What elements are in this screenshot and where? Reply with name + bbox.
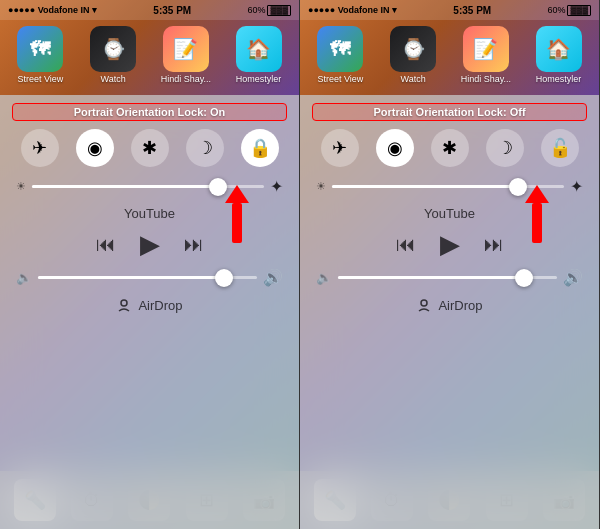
brightness-thumb[interactable] (509, 178, 527, 196)
fast-forward-button[interactable]: ⏭ (484, 233, 504, 256)
fast-forward-button[interactable]: ⏭ (184, 233, 204, 256)
airdrop-icon (416, 297, 432, 313)
volume-track[interactable] (38, 276, 257, 279)
app-icon-label: Street View (317, 74, 363, 84)
svg-point-1 (421, 300, 427, 306)
svg-point-0 (121, 300, 127, 306)
app-icon-hindi-shay...[interactable]: 📝Hindi Shay... (156, 26, 216, 89)
app-icon-label: Watch (101, 74, 126, 84)
brightness-thumb[interactable] (209, 178, 227, 196)
toggle-rotation-lock[interactable]: 🔒 (241, 129, 279, 167)
app-icon-watch[interactable]: ⌚Watch (383, 26, 443, 89)
control-center: Portrait Orientation Lock: On✈◉✱☽🔒 ☀ ✦ Y… (0, 95, 299, 529)
volume-high-icon: 🔊 (563, 268, 583, 287)
control-center: Portrait Orientation Lock: Off✈◉✱☽🔓 ☀ ✦ … (300, 95, 599, 529)
toggle-airplane[interactable]: ✈ (321, 129, 359, 167)
app-icon-label: Watch (401, 74, 426, 84)
volume-thumb[interactable] (215, 269, 233, 287)
app-icon-row: 🗺Street View⌚Watch📝Hindi Shay...🏠Homesty… (0, 20, 299, 95)
app-icon-row: 🗺Street View⌚Watch📝Hindi Shay...🏠Homesty… (300, 20, 599, 95)
volume-low-icon: 🔈 (16, 270, 32, 285)
app-icon-image: ⌚ (90, 26, 136, 72)
play-button[interactable]: ▶ (140, 229, 160, 260)
status-bar: ●●●●● Vodafone IN ▾ 5:35 PM 60% ▓▓▓ (300, 0, 599, 20)
orientation-lock-banner: Portrait Orientation Lock: Off (312, 103, 587, 121)
app-icon-image: ⌚ (390, 26, 436, 72)
phone-panel-right: ●●●●● Vodafone IN ▾ 5:35 PM 60% ▓▓▓ 🗺Str… (300, 0, 600, 529)
app-icon-label: Hindi Shay... (161, 74, 211, 84)
toggle-airplane[interactable]: ✈ (21, 129, 59, 167)
carrier-signal: ●●●●● Vodafone IN ▾ (8, 5, 97, 15)
volume-slider-row: 🔈 🔊 (312, 268, 587, 287)
toggle-row: ✈◉✱☽🔒 (12, 129, 287, 167)
app-icon-label: Homestyler (236, 74, 282, 84)
battery-info: 60% ▓▓▓ (247, 5, 291, 16)
volume-thumb[interactable] (515, 269, 533, 287)
app-icon-street-view[interactable]: 🗺Street View (310, 26, 370, 89)
red-arrow-indicator (225, 185, 249, 243)
time: 5:35 PM (453, 5, 491, 16)
red-arrow-indicator (525, 185, 549, 243)
arrow-head (525, 185, 549, 203)
status-bar: ●●●●● Vodafone IN ▾ 5:35 PM 60% ▓▓▓ (0, 0, 299, 20)
toggle-moon[interactable]: ☽ (486, 129, 524, 167)
toggle-wifi[interactable]: ◉ (376, 129, 414, 167)
app-icon-label: Street View (17, 74, 63, 84)
app-icon-image: 🏠 (536, 26, 582, 72)
toggle-rotation-lock[interactable]: 🔓 (541, 129, 579, 167)
play-button[interactable]: ▶ (440, 229, 460, 260)
airdrop-row[interactable]: AirDrop (312, 297, 587, 313)
toggle-bluetooth[interactable]: ✱ (431, 129, 469, 167)
app-icon-label: Hindi Shay... (461, 74, 511, 84)
carrier-signal: ●●●●● Vodafone IN ▾ (308, 5, 397, 15)
time: 5:35 PM (153, 5, 191, 16)
airdrop-icon (116, 297, 132, 313)
brightness-high-icon: ✦ (270, 177, 283, 196)
phone-panel-left: ●●●●● Vodafone IN ▾ 5:35 PM 60% ▓▓▓ 🗺Str… (0, 0, 300, 529)
arrow-head (225, 185, 249, 203)
airdrop-label: AirDrop (138, 298, 182, 313)
app-icon-street-view[interactable]: 🗺Street View (10, 26, 70, 89)
app-icon-image: 🗺 (17, 26, 63, 72)
toggle-moon[interactable]: ☽ (186, 129, 224, 167)
arrow-shaft (232, 203, 242, 243)
app-icon-label: Homestyler (536, 74, 582, 84)
volume-slider-row: 🔈 🔊 (12, 268, 287, 287)
airdrop-row[interactable]: AirDrop (12, 297, 287, 313)
orientation-lock-banner: Portrait Orientation Lock: On (12, 103, 287, 121)
app-icon-homestyler[interactable]: 🏠Homestyler (229, 26, 289, 89)
volume-high-icon: 🔊 (263, 268, 283, 287)
rewind-button[interactable]: ⏮ (96, 233, 116, 256)
toggle-row: ✈◉✱☽🔓 (312, 129, 587, 167)
app-icon-image: 🏠 (236, 26, 282, 72)
volume-low-icon: 🔈 (316, 270, 332, 285)
brightness-low-icon: ☀ (316, 180, 326, 193)
app-icon-image: 📝 (463, 26, 509, 72)
rewind-button[interactable]: ⏮ (396, 233, 416, 256)
toggle-wifi[interactable]: ◉ (76, 129, 114, 167)
volume-track[interactable] (338, 276, 557, 279)
app-icon-hindi-shay...[interactable]: 📝Hindi Shay... (456, 26, 516, 89)
brightness-low-icon: ☀ (16, 180, 26, 193)
app-icon-watch[interactable]: ⌚Watch (83, 26, 143, 89)
app-icon-homestyler[interactable]: 🏠Homestyler (529, 26, 589, 89)
arrow-shaft (532, 203, 542, 243)
battery-info: 60% ▓▓▓ (547, 5, 591, 16)
app-icon-image: 🗺 (317, 26, 363, 72)
toggle-bluetooth[interactable]: ✱ (131, 129, 169, 167)
brightness-high-icon: ✦ (570, 177, 583, 196)
app-icon-image: 📝 (163, 26, 209, 72)
airdrop-label: AirDrop (438, 298, 482, 313)
